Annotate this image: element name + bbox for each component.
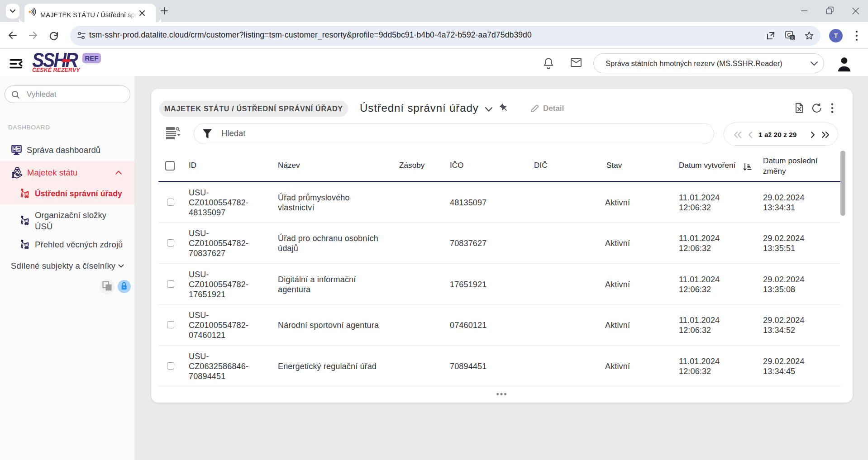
svg-text:文: 文	[790, 36, 794, 40]
